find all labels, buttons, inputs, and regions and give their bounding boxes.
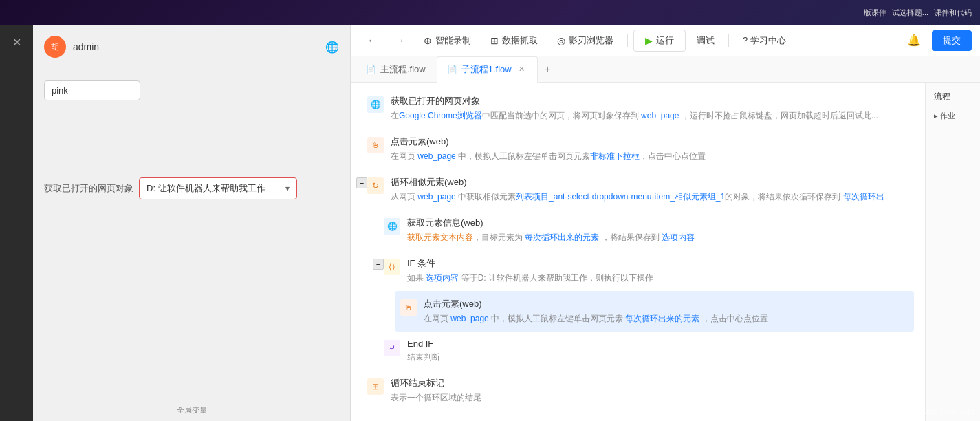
pink-input[interactable]	[44, 80, 140, 100]
flow-step-click-1[interactable]: 🖱 点击元素(web) 在网页 web_page 中，模拟人工鼠标左键单击网页元…	[362, 129, 914, 169]
flow-content: 🌐 获取已打开的网页对象 在Google Chrome浏览器中匹配当前选中的网页…	[351, 83, 980, 421]
step-end-if-icon: ⤶	[384, 340, 400, 356]
add-tab-button[interactable]: +	[539, 61, 556, 78]
flow-step-get-elem-info[interactable]: 🌐 获取元素信息(web) 获取元素文本内容，目标元素为 每次循环出来的元素 ，…	[378, 210, 914, 250]
step-click-1-desc: 在网页 web_page 中，模拟人工鼠标左键单击网页元素非标准下拉框，点击中心…	[391, 150, 908, 162]
input-row-dropdown: 获取已打开的网页对象 D: 让软件机器人来帮助我工作 ▾	[44, 177, 339, 199]
desktop-label-2: 试选择题...	[892, 8, 928, 18]
debug-button[interactable]: 调试	[688, 30, 723, 51]
right-sidebar-title: 流程	[928, 88, 977, 105]
right-sidebar: 流程 ▸ 作业	[925, 83, 980, 421]
step-loop-end-title: 循环结束标记	[391, 377, 908, 389]
sidebar-main: 胡 admin 🌐 获取已打开的网页对象 D: 让软件机器人来帮助我工作 ▾ 全…	[33, 25, 350, 421]
step-get-webpage-icon: 🌐	[367, 96, 384, 113]
flow-step-click-2[interactable]: 🖱 点击元素(web) 在网页 web_page 中，模拟人工鼠标左键单击网页元…	[395, 291, 914, 332]
sidebar-footer: 全局变量	[33, 400, 350, 421]
similar-elem-link: 列表项目_ant-select-dropdown-menu-item_相似元素组…	[516, 192, 725, 202]
toolbar-divider-1	[627, 34, 628, 47]
left-sidebar: ✕ 胡 admin 🌐 获取已打开的网页对象 D: 让软件机器人来帮助我工作 ▾…	[0, 25, 351, 421]
tab-main-flow[interactable]: 📄 主流程.flow	[356, 56, 435, 83]
step-if-icon: ⟨⟩	[384, 259, 400, 275]
step-loop-end-desc: 表示一个循环区域的结尾	[391, 391, 908, 404]
step-click-1-icon: 🖱	[367, 137, 384, 153]
dropdown-value: D: 让软件机器人来帮助我工作	[146, 182, 265, 195]
step-get-webpage-content: 获取已打开的网页对象 在Google Chrome浏览器中匹配当前选中的网页，将…	[391, 95, 908, 122]
tab-sub-flow-label: 子流程1.flow	[461, 63, 512, 76]
step-click-2-desc: 在网页 web_page 中，模拟人工鼠标左键单击网页元素 每次循环出来的元素 …	[424, 312, 908, 325]
shadow-browser-icon: ◎	[557, 35, 565, 46]
run-button[interactable]: ▶ 运行	[633, 30, 686, 52]
step-get-elem-info-icon: 🌐	[384, 218, 400, 235]
each-loop-link-3: 每次循环出来的元素	[625, 314, 699, 323]
tab-bar: 📄 主流程.flow 📄 子流程1.flow ✕ +	[351, 56, 980, 83]
each-loop-link-2: 每次循环出来的元素	[525, 233, 599, 242]
record-button[interactable]: ⊕ 智能录制	[415, 30, 479, 51]
step-loop-desc: 从网页 web_page 中获取相似元素列表项目_ant-select-drop…	[391, 191, 908, 203]
tab-sub-flow-icon: 📄	[447, 65, 457, 74]
desktop-label-1: 版课件	[864, 8, 886, 18]
tab-main-flow-label: 主流程.flow	[380, 63, 426, 76]
submit-button[interactable]: 提交	[932, 30, 972, 51]
loop-collapse-button[interactable]: −	[356, 177, 367, 188]
toolbar-divider-2	[728, 34, 729, 47]
flow-step-if[interactable]: − ⟨⟩ IF 条件 如果 选项内容 等于D: 让软件机器人来帮助我工作，则执行…	[378, 250, 914, 291]
get-text-keyword: 获取元素文本内容	[407, 233, 473, 242]
sidebar-close-button[interactable]: ✕	[10, 33, 24, 52]
help-icon: ?	[743, 35, 748, 45]
step-loop-end-content: 循环结束标记 表示一个循环区域的结尾	[391, 377, 908, 404]
watermark: CSDN @2301_80863619	[889, 407, 974, 415]
chrome-link: Google Chrome浏览器	[399, 111, 482, 120]
submit-label: 提交	[943, 35, 961, 45]
each-loop-link-1: 每次循环出	[843, 192, 884, 202]
web-page-link-1: web_page	[641, 111, 679, 120]
help-button[interactable]: ? 学习中心	[734, 30, 794, 51]
web-page-link-3: web_page	[417, 192, 455, 202]
step-if-content: IF 条件 如果 选项内容 等于D: 让软件机器人来帮助我工作，则执行以下操作	[407, 257, 908, 284]
step-get-elem-info-content: 获取元素信息(web) 获取元素文本内容，目标元素为 每次循环出来的元素 ，将结…	[407, 217, 908, 244]
non-std-dropdown[interactable]: D: 让软件机器人来帮助我工作 ▾	[139, 177, 297, 199]
user-name: admin	[73, 41, 99, 52]
chevron-down-icon: ▾	[285, 184, 290, 193]
step-loop-end-icon: ⊞	[367, 378, 384, 395]
step-click-2-content: 点击元素(web) 在网页 web_page 中，模拟人工鼠标左键单击网页元素 …	[424, 298, 908, 325]
option-content-link-2: 选项内容	[426, 273, 459, 283]
flow-step-loop[interactable]: − ↻ 循环相似元素(web) 从网页 web_page 中获取相似元素列表项目…	[362, 169, 914, 210]
step-end-if-content: End IF 结束判断	[407, 338, 908, 363]
tab-sub-flow[interactable]: 📄 子流程1.flow ✕	[437, 56, 538, 83]
shadow-browser-button[interactable]: ◎ 影刃浏览器	[549, 30, 622, 51]
step-get-webpage-title: 获取已打开的网页对象	[391, 95, 908, 107]
debug-label: 调试	[697, 35, 715, 45]
flow-step-end-if[interactable]: ⤶ End IF 结束判断	[378, 332, 914, 370]
run-icon: ▶	[645, 35, 653, 46]
flow-step-list: 🌐 获取已打开的网页对象 在Google Chrome浏览器中匹配当前选中的网页…	[351, 83, 925, 421]
step-get-elem-info-title: 获取元素信息(web)	[407, 217, 908, 229]
web-page-link-4: web_page	[450, 314, 488, 323]
desktop-top-bar: 版课件 试选择题... 课件和代码	[856, 0, 980, 25]
tab-close-button[interactable]: ✕	[516, 63, 527, 75]
bell-icon[interactable]: 🔔	[902, 34, 926, 47]
step-get-webpage-desc: 在Google Chrome浏览器中匹配当前选中的网页，将网页对象保存到 web…	[391, 109, 908, 122]
back-icon: ←	[367, 35, 376, 45]
step-loop-content: 循环相似元素(web) 从网页 web_page 中获取相似元素列表项目_ant…	[391, 176, 908, 203]
flow-step-loop-end[interactable]: ⊞ 循环结束标记 表示一个循环区域的结尾	[362, 370, 914, 411]
forward-button[interactable]: →	[387, 31, 413, 50]
record-label: 智能录制	[435, 34, 471, 47]
step-loop-icon: ↻	[367, 177, 384, 194]
record-icon: ⊕	[424, 35, 432, 46]
web-page-link-2: web_page	[417, 151, 455, 161]
shadow-browser-label: 影刃浏览器	[569, 34, 613, 47]
forward-icon: →	[395, 35, 404, 45]
step-loop-title: 循环相似元素(web)	[391, 176, 908, 188]
flow-step-get-webpage[interactable]: 🌐 获取已打开的网页对象 在Google Chrome浏览器中匹配当前选中的网页…	[362, 88, 914, 129]
right-sidebar-item-job[interactable]: ▸ 作业	[928, 108, 977, 124]
globe-icon[interactable]: 🌐	[325, 41, 339, 54]
back-button[interactable]: ←	[359, 31, 384, 50]
data-capture-button[interactable]: ⊞ 数据抓取	[482, 30, 546, 51]
data-capture-icon: ⊞	[490, 35, 499, 46]
desktop-label-3: 课件和代码	[934, 8, 972, 18]
input-row-pink	[44, 80, 339, 100]
step-click-2-title: 点击元素(web)	[424, 298, 908, 310]
if-collapse-button[interactable]: −	[373, 259, 384, 270]
option-content-link: 选项内容	[662, 233, 695, 242]
step-click-2-icon: 🖱	[400, 299, 417, 316]
